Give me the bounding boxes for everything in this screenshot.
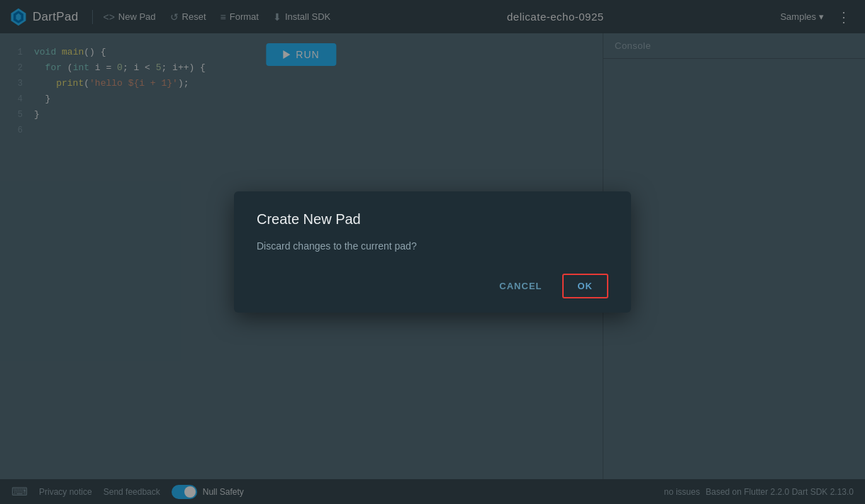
modal-overlay[interactable]: Create New Pad Discard changes to the cu… [0,0,865,504]
ok-button[interactable]: OK [562,274,609,298]
dialog-body: Discard changes to the current pad? [257,239,608,254]
create-new-pad-dialog: Create New Pad Discard changes to the cu… [234,191,631,313]
cancel-button[interactable]: CANCEL [485,274,556,298]
dialog-title: Create New Pad [257,211,608,228]
dialog-actions: CANCEL OK [257,274,608,298]
